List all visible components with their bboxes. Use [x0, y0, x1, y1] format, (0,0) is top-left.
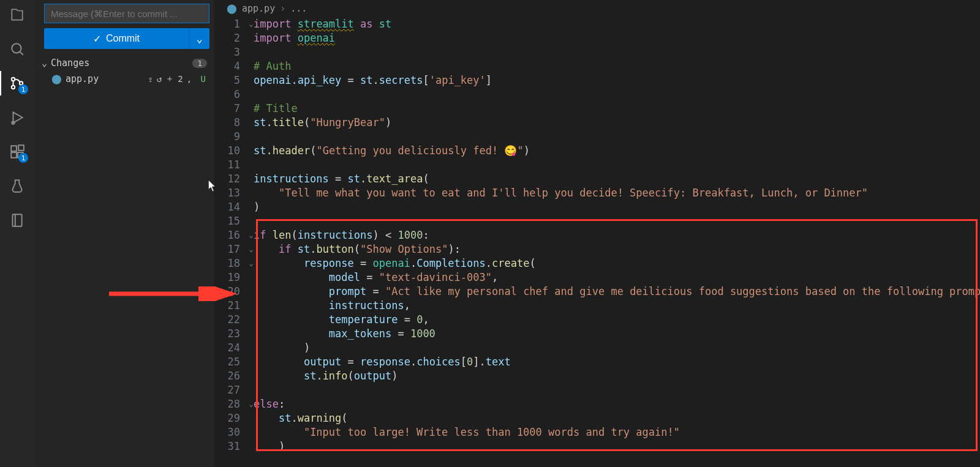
commit-button[interactable]: ✓ Commit: [44, 28, 189, 49]
python-file-icon: ⬤: [51, 73, 62, 84]
svg-rect-6: [11, 152, 17, 158]
breadcrumb-symbol: ...: [290, 3, 307, 14]
changes-label: Changes: [51, 58, 89, 69]
changes-header[interactable]: ⌄ Changes 1: [39, 55, 209, 71]
activity-bar: 1 1: [0, 0, 34, 467]
extensions-badge: 1: [18, 153, 28, 163]
editor-area[interactable]: ⬤ app.py › ... 1234567891011121314151617…: [214, 0, 980, 467]
breadcrumb-file: app.py: [242, 3, 275, 14]
extensions-icon[interactable]: 1: [7, 142, 27, 162]
changes-count-badge: 1: [192, 59, 207, 68]
code-content[interactable]: import streamlit as stimport openai# Aut…: [254, 17, 980, 454]
svg-point-1: [12, 78, 15, 81]
discard-changes-icon[interactable]: ↺: [157, 74, 162, 84]
chevron-down-icon: ⌄: [196, 32, 202, 45]
open-file-icon[interactable]: ⇪: [148, 74, 153, 84]
run-debug-icon[interactable]: [7, 108, 27, 127]
commit-message-input[interactable]: [44, 4, 209, 23]
breadcrumb[interactable]: ⬤ app.py › ...: [214, 0, 980, 17]
svg-point-2: [12, 86, 15, 89]
svg-rect-9: [12, 214, 21, 226]
python-file-icon: ⬤: [227, 3, 237, 14]
file-status: U: [201, 74, 206, 84]
search-icon[interactable]: [7, 39, 27, 59]
commit-button-label: Commit: [106, 33, 140, 44]
scm-badge: 1: [18, 84, 28, 94]
source-control-icon[interactable]: 1: [7, 73, 27, 93]
chevron-down-icon: ⌄: [42, 58, 47, 69]
notebook-icon[interactable]: [7, 211, 27, 230]
file-lines: 2: [178, 74, 183, 84]
stage-changes-icon[interactable]: ＋: [165, 73, 174, 84]
breadcrumb-separator: ›: [280, 3, 285, 14]
check-icon: ✓: [93, 33, 101, 45]
svg-rect-8: [18, 145, 24, 151]
file-name: app.py: [66, 73, 99, 84]
changed-file-row[interactable]: ⬤ app.py ⇪ ↺ ＋ 2, U: [39, 71, 209, 87]
svg-point-0: [12, 43, 21, 53]
line-number-gutter: 1234567891011121314151617181920212223242…: [214, 17, 247, 454]
testing-icon[interactable]: [7, 176, 27, 196]
svg-rect-5: [11, 146, 17, 151]
explorer-icon[interactable]: [7, 5, 27, 24]
commit-dropdown[interactable]: ⌄: [189, 28, 209, 49]
source-control-panel: ✓ Commit ⌄ ⌄ Changes 1 ⬤ app.py ⇪ ↺ ＋ 2,…: [34, 0, 214, 467]
